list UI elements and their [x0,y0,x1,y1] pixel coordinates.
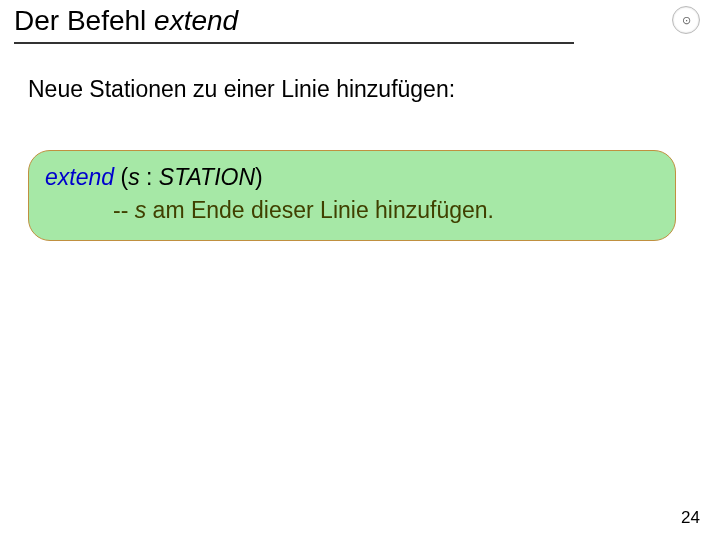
comment-rest: am Ende dieser Linie hinzufügen. [146,197,494,223]
title-keyword: extend [154,5,238,36]
subtitle: Neue Stationen zu einer Linie hinzufügen… [28,76,455,103]
signature-type: STATION [159,164,255,190]
comment-dashes: -- [113,197,135,223]
title-underline [14,42,574,44]
logo-glyph: ⊙ [682,14,691,27]
title-prefix: Der Befehl [14,5,154,36]
signature-close: ) [255,164,263,190]
clock-icon: ⊙ [672,6,700,34]
method-signature: extend (s : STATION) [45,161,659,194]
signature-colon: : [140,164,159,190]
signature-open: ( [114,164,128,190]
code-box: extend (s : STATION) -- s am Ende dieser… [28,150,676,241]
slide: Der Befehl extend ⊙ Neue Stationen zu ei… [0,0,720,540]
signature-keyword: extend [45,164,114,190]
comment-param: s [135,197,147,223]
signature-param: s [128,164,140,190]
page-number: 24 [681,508,700,528]
title-row: Der Befehl extend ⊙ [14,6,700,37]
method-comment: -- s am Ende dieser Linie hinzufügen. [45,194,659,227]
slide-title: Der Befehl extend [14,6,238,37]
